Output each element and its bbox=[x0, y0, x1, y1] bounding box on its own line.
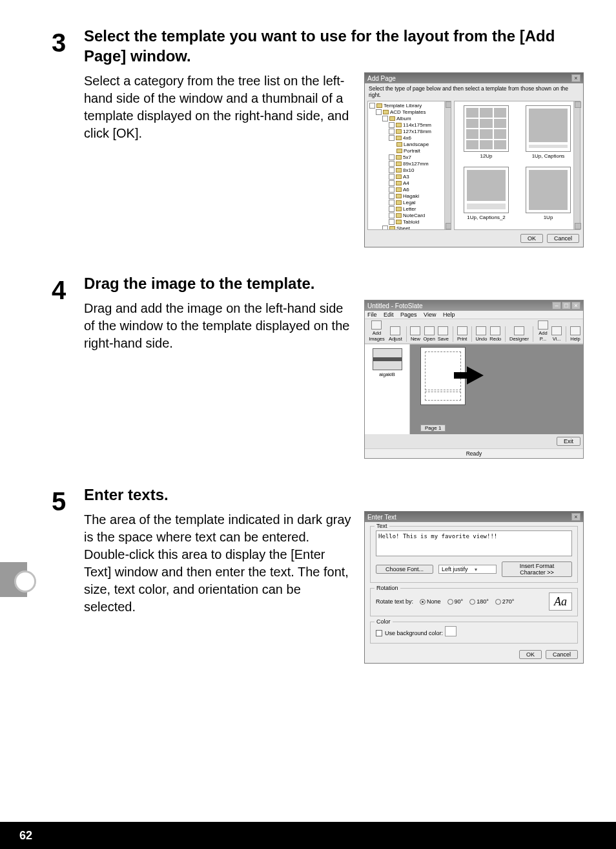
window-titlebar: Untitled - FotoSlate – □ × bbox=[365, 300, 583, 311]
text-input[interactable] bbox=[376, 530, 572, 556]
folder-icon bbox=[383, 110, 389, 114]
image-thumbnail[interactable] bbox=[373, 348, 402, 370]
rotation-90-radio[interactable]: 90° bbox=[447, 598, 464, 605]
toolbar-adjust[interactable]: Adjust bbox=[389, 326, 402, 342]
thumbnail-label: 1Up, Captions_2 bbox=[458, 215, 514, 220]
step-description: Select a category from the tree list on … bbox=[84, 72, 351, 142]
color-swatch[interactable] bbox=[445, 626, 457, 636]
folder-icon bbox=[396, 129, 402, 134]
folder-icon bbox=[396, 220, 402, 224]
use-bg-color-checkbox[interactable]: Use background color: bbox=[376, 630, 443, 636]
rotate-label: Rotate text by: bbox=[376, 598, 413, 605]
tree-item: Tabloid bbox=[389, 219, 449, 225]
fieldset-legend: Rotation bbox=[375, 585, 400, 591]
tree-item: A6 bbox=[389, 187, 449, 193]
menu-file[interactable]: File bbox=[367, 311, 377, 318]
insert-format-button[interactable]: Insert Format Character >> bbox=[502, 561, 572, 577]
enter-text-dialog: Enter Text × Text Choose Font... Left ju… bbox=[364, 511, 584, 664]
tree-item: Hagaki bbox=[389, 193, 449, 200]
tree-item: Legal bbox=[389, 200, 449, 206]
help-icon bbox=[570, 326, 580, 335]
toolbar-redo[interactable]: Redo bbox=[489, 326, 501, 342]
cancel-button[interactable]: Cancel bbox=[546, 650, 578, 659]
folder-icon bbox=[396, 174, 402, 179]
toolbar-print[interactable]: Print bbox=[457, 326, 467, 342]
toolbar-help[interactable]: Help bbox=[570, 326, 580, 342]
menu-help[interactable]: Help bbox=[443, 311, 455, 318]
close-icon[interactable]: × bbox=[571, 302, 580, 309]
rotation-fieldset: Rotation Rotate text by: None 90° 180° 2… bbox=[370, 588, 578, 616]
color-fieldset: Color Use background color: bbox=[370, 622, 578, 644]
thumbnail-label: 12Up bbox=[458, 153, 514, 159]
toolbar: Add Images Adjust New Open Save Print Un… bbox=[365, 319, 583, 344]
window-title: Untitled - FotoSlate bbox=[367, 302, 423, 309]
step-5: 5 Enter texts. The area of the template … bbox=[52, 485, 584, 664]
toolbar-add-page[interactable]: Add P... bbox=[537, 320, 549, 342]
tree-item: 8x10 bbox=[389, 167, 449, 174]
status-bar: Ready bbox=[365, 448, 583, 458]
toolbar-add-images[interactable]: Add Images bbox=[367, 320, 386, 342]
tree-item: 4x6 Landscape Portrait bbox=[389, 135, 449, 154]
minimize-icon[interactable]: – bbox=[552, 302, 561, 309]
template-thumbnail[interactable]: 1Up, Captions bbox=[520, 105, 576, 164]
folder-icon bbox=[396, 200, 402, 205]
step-number: 4 bbox=[52, 273, 84, 459]
template-canvas[interactable]: Page 1 bbox=[410, 344, 583, 434]
close-icon[interactable]: × bbox=[571, 74, 580, 82]
page-footer: 62 bbox=[0, 822, 616, 849]
redo-icon bbox=[490, 326, 500, 335]
tree-item: Template Library ACD Templates Album bbox=[369, 103, 449, 230]
tree-item: ACD Templates Album 114x175mm 127x178mm bbox=[376, 109, 449, 230]
tree-item: Letter bbox=[389, 206, 449, 213]
menu-pages[interactable]: Pages bbox=[400, 311, 417, 318]
toolbar-open[interactable]: Open bbox=[423, 326, 435, 342]
designer-icon bbox=[514, 326, 524, 335]
step-number: 3 bbox=[52, 26, 84, 247]
template-tree[interactable]: Template Library ACD Templates Album bbox=[367, 101, 451, 230]
menu-view[interactable]: View bbox=[424, 311, 436, 318]
rotation-none-radio[interactable]: None bbox=[420, 598, 441, 605]
text-fieldset: Text Choose Font... Left justify Insert … bbox=[370, 526, 578, 583]
template-thumbnail[interactable]: 12Up bbox=[458, 105, 514, 164]
toolbar-designer[interactable]: Designer bbox=[509, 326, 529, 342]
folder-icon bbox=[396, 187, 402, 192]
folder-icon bbox=[396, 162, 402, 166]
cancel-button[interactable]: Cancel bbox=[547, 234, 579, 243]
toolbar-view[interactable]: Vi... bbox=[551, 326, 562, 342]
tree-item: Album 114x175mm 127x178mm 4x6 bbox=[382, 116, 449, 225]
maximize-icon[interactable]: □ bbox=[562, 302, 571, 309]
undo-icon bbox=[476, 326, 486, 335]
rotation-270-radio[interactable]: 270° bbox=[495, 598, 515, 605]
tree-item: NoteCard bbox=[389, 213, 449, 219]
justify-select[interactable]: Left justify bbox=[438, 565, 497, 574]
thumbnail-label: 1Up bbox=[520, 215, 576, 220]
ok-button[interactable]: OK bbox=[520, 234, 543, 243]
template-thumbnail[interactable]: 1Up bbox=[520, 167, 576, 225]
page-tab[interactable]: Page 1 bbox=[420, 424, 446, 432]
toolbar-save[interactable]: Save bbox=[438, 326, 449, 342]
scrollbar[interactable] bbox=[444, 101, 451, 229]
rotation-180-radio[interactable]: 180° bbox=[469, 598, 489, 605]
exit-button[interactable]: Exit bbox=[557, 437, 580, 446]
dialog-titlebar: Enter Text × bbox=[365, 512, 583, 522]
ok-button[interactable]: OK bbox=[519, 650, 542, 659]
add-images-icon bbox=[371, 320, 382, 330]
dialog-title: Add Page bbox=[367, 75, 396, 82]
scrollbar[interactable] bbox=[573, 101, 580, 229]
dialog-title: Enter Text bbox=[367, 514, 396, 521]
choose-font-button[interactable]: Choose Font... bbox=[376, 565, 433, 574]
new-icon bbox=[410, 326, 420, 335]
page-number: 62 bbox=[19, 829, 32, 843]
toolbar-new[interactable]: New bbox=[410, 326, 420, 342]
step-heading: Enter texts. bbox=[84, 485, 584, 505]
template-thumbnail[interactable]: 1Up, Captions_2 bbox=[458, 167, 514, 225]
menubar: File Edit Pages View Help bbox=[365, 311, 583, 319]
image-label: aigakiB bbox=[367, 372, 407, 377]
tree-item: Landscape bbox=[395, 142, 449, 148]
close-icon[interactable]: × bbox=[571, 513, 580, 521]
toolbar-undo[interactable]: Undo bbox=[475, 326, 487, 342]
save-icon bbox=[438, 326, 448, 335]
folder-icon bbox=[396, 213, 402, 218]
folder-icon bbox=[389, 226, 395, 230]
menu-edit[interactable]: Edit bbox=[384, 311, 394, 318]
